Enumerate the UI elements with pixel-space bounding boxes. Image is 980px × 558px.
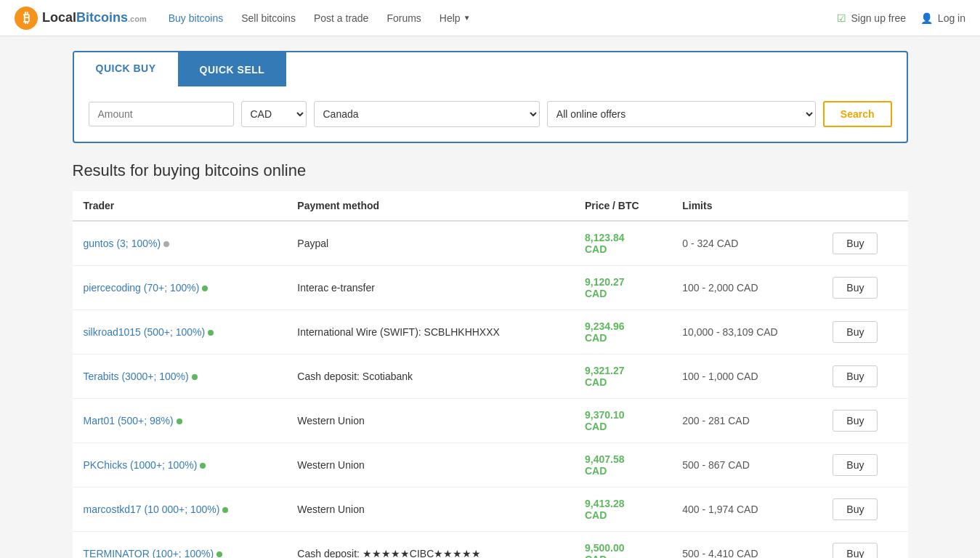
- check-icon: ☑: [837, 12, 846, 24]
- results-tbody: guntos (3; 100%)Paypal8,123.84CAD0 - 324…: [73, 221, 908, 558]
- trader-link[interactable]: silkroad1015 (500+; 100%): [84, 326, 206, 338]
- payment-cell: Interac e-transfer: [286, 266, 574, 310]
- nav-links: Buy bitcoins Sell bitcoins Post a trade …: [169, 12, 815, 24]
- payment-cell: Paypal: [286, 221, 574, 266]
- table-header: Trader Payment method Price / BTC Limits: [73, 191, 908, 221]
- buy-cell: Buy: [822, 221, 907, 266]
- quick-sell-tab[interactable]: QUICK SELL: [178, 52, 287, 86]
- table-row: Terabits (3000+; 100%)Cash deposit: Scot…: [73, 355, 908, 399]
- payment-cell: Cash deposit: Scotiabank: [286, 355, 574, 399]
- offer-select[interactable]: All online offers Paypal Interac e-trans…: [547, 101, 816, 127]
- trader-cell: PKChicks (1000+; 100%): [73, 443, 287, 488]
- buy-cell: Buy: [822, 399, 907, 443]
- col-price: Price / BTC: [574, 191, 671, 221]
- col-limits: Limits: [671, 191, 822, 221]
- offline-status-icon: [163, 241, 169, 247]
- online-status-icon: [177, 418, 182, 424]
- col-trader: Trader: [73, 191, 287, 221]
- results-table: Trader Payment method Price / BTC Limits…: [73, 191, 908, 558]
- signup-link[interactable]: ☑ Sign up free: [837, 12, 906, 24]
- online-status-icon: [202, 286, 208, 291]
- trader-cell: guntos (3; 100%): [73, 221, 287, 266]
- buy-button[interactable]: Buy: [833, 454, 878, 476]
- trader-link[interactable]: TERMINATOR (100+; 100%): [84, 548, 214, 558]
- logo[interactable]: ₿ LocalBitcoins.com: [15, 7, 147, 30]
- price-cell: 9,120.27CAD: [574, 266, 671, 310]
- main-content: QUICK BUY QUICK SELL CAD USD EUR GBP Can…: [62, 51, 919, 558]
- trader-cell: silkroad1015 (500+; 100%): [73, 310, 287, 355]
- user-icon: 👤: [920, 12, 933, 24]
- table-row: Mart01 (500+; 98%)Western Union9,370.10C…: [73, 399, 908, 443]
- nav-sell-bitcoins[interactable]: Sell bitcoins: [241, 12, 296, 24]
- buy-cell: Buy: [822, 532, 907, 559]
- svg-text:₿: ₿: [23, 11, 30, 25]
- currency-select[interactable]: CAD USD EUR GBP: [241, 101, 307, 127]
- table-row: silkroad1015 (500+; 100%)International W…: [73, 310, 908, 355]
- logo-text: LocalBitcoins.com: [42, 10, 147, 25]
- trader-cell: Terabits (3000+; 100%): [73, 355, 287, 399]
- col-payment: Payment method: [286, 191, 574, 221]
- payment-cell: Western Union: [286, 399, 574, 443]
- trader-link[interactable]: marcostkd17 (10 000+; 100%): [84, 504, 220, 515]
- buy-button[interactable]: Buy: [833, 365, 878, 387]
- price-cell: 9,500.00CAD: [574, 532, 671, 559]
- trader-link[interactable]: Terabits (3000+; 100%): [84, 371, 189, 382]
- table-row: PKChicks (1000+; 100%)Western Union9,407…: [73, 443, 908, 488]
- online-status-icon: [200, 463, 206, 469]
- buy-button[interactable]: Buy: [833, 543, 878, 558]
- price-cell: 9,407.58CAD: [574, 443, 671, 488]
- limits-cell: 100 - 1,000 CAD: [671, 355, 822, 399]
- navbar: ₿ LocalBitcoins.com Buy bitcoins Sell bi…: [0, 0, 980, 36]
- quick-panel: QUICK BUY QUICK SELL CAD USD EUR GBP Can…: [73, 51, 908, 143]
- price-cell: 8,123.84CAD: [574, 221, 671, 266]
- online-status-icon: [192, 374, 198, 380]
- limits-cell: 100 - 2,000 CAD: [671, 266, 822, 310]
- buy-button[interactable]: Buy: [833, 232, 878, 254]
- login-label: Log in: [938, 12, 965, 24]
- quick-tabs: QUICK BUY QUICK SELL: [74, 52, 907, 86]
- trader-link[interactable]: piercecoding (70+; 100%): [84, 282, 200, 294]
- search-button[interactable]: Search: [823, 101, 892, 127]
- nav-buy-bitcoins[interactable]: Buy bitcoins: [169, 12, 223, 24]
- col-action: [822, 191, 907, 221]
- limits-cell: 500 - 4,410 CAD: [671, 532, 822, 559]
- buy-button[interactable]: Buy: [833, 410, 878, 432]
- trader-cell: Mart01 (500+; 98%): [73, 399, 287, 443]
- amount-input[interactable]: [89, 102, 234, 126]
- price-cell: 9,234.96CAD: [574, 310, 671, 355]
- limits-cell: 10,000 - 83,109 CAD: [671, 310, 822, 355]
- trader-cell: TERMINATOR (100+; 100%): [73, 532, 287, 559]
- table-row: marcostkd17 (10 000+; 100%)Western Union…: [73, 488, 908, 532]
- trader-link[interactable]: PKChicks (1000+; 100%): [84, 459, 198, 471]
- buy-button[interactable]: Buy: [833, 277, 878, 299]
- nav-post-trade[interactable]: Post a trade: [314, 12, 369, 24]
- quick-form: CAD USD EUR GBP Canada United States Uni…: [74, 86, 907, 142]
- buy-cell: Buy: [822, 488, 907, 532]
- limits-cell: 200 - 281 CAD: [671, 399, 822, 443]
- online-status-icon: [216, 551, 222, 557]
- trader-link[interactable]: guntos (3; 100%): [84, 238, 161, 249]
- buy-cell: Buy: [822, 355, 907, 399]
- online-status-icon: [222, 507, 228, 513]
- logo-icon: ₿: [15, 7, 38, 30]
- signup-label: Sign up free: [851, 12, 906, 24]
- buy-button[interactable]: Buy: [833, 498, 878, 520]
- nav-help[interactable]: Help ▼: [440, 12, 471, 24]
- buy-button[interactable]: Buy: [833, 321, 878, 343]
- chevron-down-icon: ▼: [463, 14, 471, 22]
- payment-cell: Cash deposit: ★★★★★CIBC★★★★★: [286, 532, 574, 559]
- table-row: piercecoding (70+; 100%)Interac e-transf…: [73, 266, 908, 310]
- payment-cell: Western Union: [286, 443, 574, 488]
- country-select[interactable]: Canada United States United Kingdom Aust…: [314, 101, 540, 127]
- payment-cell: Western Union: [286, 488, 574, 532]
- payment-cell: International Wire (SWIFT): SCBLHKHHXXX: [286, 310, 574, 355]
- login-link[interactable]: 👤 Log in: [920, 12, 965, 24]
- price-cell: 9,370.10CAD: [574, 399, 671, 443]
- price-cell: 9,413.28CAD: [574, 488, 671, 532]
- trader-cell: marcostkd17 (10 000+; 100%): [73, 488, 287, 532]
- table-row: guntos (3; 100%)Paypal8,123.84CAD0 - 324…: [73, 221, 908, 266]
- quick-buy-tab[interactable]: QUICK BUY: [74, 52, 178, 86]
- trader-link[interactable]: Mart01 (500+; 98%): [84, 415, 174, 426]
- buy-cell: Buy: [822, 310, 907, 355]
- nav-forums[interactable]: Forums: [386, 12, 421, 24]
